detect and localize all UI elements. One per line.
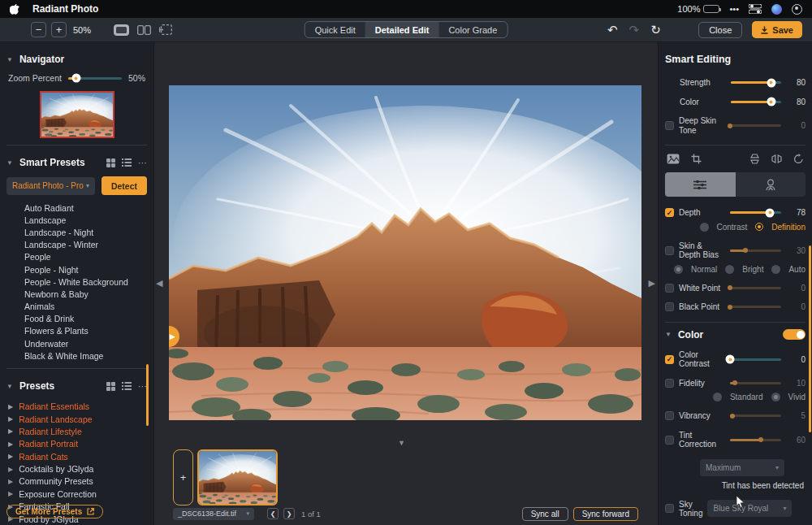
- preset-folder[interactable]: ▶Radiant Cats: [0, 450, 153, 462]
- grid-view-icon[interactable]: [106, 158, 115, 167]
- depth-checkbox[interactable]: ✓: [665, 208, 674, 217]
- expand-icon[interactable]: ▶: [8, 403, 13, 410]
- smart-preset-item[interactable]: Landscape: [0, 214, 153, 226]
- image-adjust-icon[interactable]: [667, 154, 680, 164]
- zoom-in-button[interactable]: +: [51, 22, 67, 37]
- presets-scrollbar[interactable]: [146, 364, 149, 426]
- filmstrip-thumbnail-selected[interactable]: [197, 449, 278, 505]
- zoom-percent-slider[interactable]: [68, 77, 122, 80]
- apple-menu-icon[interactable]: [10, 3, 19, 15]
- before-after-view-icon[interactable]: [159, 24, 172, 35]
- collapse-icon[interactable]: ▼: [665, 331, 672, 338]
- siri-icon[interactable]: [771, 4, 782, 15]
- previous-image-arrow[interactable]: ◀: [156, 278, 162, 289]
- color-section-header[interactable]: ▼ Color: [665, 329, 806, 350]
- expand-icon[interactable]: ▶: [8, 490, 13, 497]
- preset-folder[interactable]: ▶Community Presets: [0, 475, 153, 488]
- tab-detailed-edit[interactable]: Detailed Edit: [365, 22, 439, 37]
- list-view-icon[interactable]: [122, 158, 132, 167]
- bright-radio-label[interactable]: Bright: [742, 265, 763, 274]
- sync-all-button[interactable]: Sync all: [522, 507, 568, 521]
- navigator-header[interactable]: ▼ Navigator: [0, 49, 153, 70]
- deep-skin-tone-checkbox[interactable]: [665, 121, 674, 130]
- next-image-arrow[interactable]: ▶: [649, 278, 655, 289]
- fidelity-checkbox[interactable]: [665, 379, 674, 388]
- smart-preset-item[interactable]: People - White Background: [0, 276, 153, 288]
- color-slider[interactable]: [731, 101, 781, 103]
- smart-preset-item[interactable]: Landscape - Night: [0, 226, 153, 238]
- sky-toning-dropdown[interactable]: Blue Sky Royal ▾: [707, 500, 792, 517]
- smart-presets-header[interactable]: ▼ Smart Presets ⋯: [0, 152, 153, 173]
- grid-view-icon[interactable]: [106, 382, 115, 391]
- undo-icon[interactable]: ↶: [607, 23, 618, 37]
- definition-radio[interactable]: [755, 223, 763, 231]
- flip-vertical-icon[interactable]: [749, 154, 760, 164]
- normal-radio-label[interactable]: Normal: [691, 265, 717, 274]
- filename-dropdown[interactable]: _DSC6138-Edit.tif ▾: [173, 508, 254, 520]
- smart-preset-item[interactable]: Black & White Image: [0, 349, 153, 362]
- color-contrast-checkbox[interactable]: ✓: [665, 355, 674, 364]
- collapse-icon[interactable]: ▼: [6, 159, 13, 167]
- tab-quick-edit[interactable]: Quick Edit: [305, 22, 365, 37]
- list-view-icon[interactable]: [122, 382, 132, 390]
- main-photo[interactable]: [169, 85, 641, 420]
- expand-icon[interactable]: ▶: [8, 427, 13, 435]
- color-contrast-slider[interactable]: [730, 358, 781, 361]
- contrast-radio-label[interactable]: Contrast: [717, 223, 748, 232]
- preset-folder[interactable]: ▶Radiant Portrait: [0, 438, 153, 450]
- expand-icon[interactable]: ▶: [8, 453, 13, 460]
- tab-color-grade[interactable]: Color Grade: [438, 22, 507, 37]
- close-button[interactable]: Close: [698, 22, 742, 38]
- split-view-icon[interactable]: [137, 25, 151, 35]
- smart-preset-item[interactable]: People: [0, 251, 153, 263]
- tint-correction-checkbox[interactable]: [665, 436, 674, 445]
- auto-radio[interactable]: [771, 265, 780, 274]
- zoom-out-button[interactable]: −: [31, 22, 46, 37]
- white-point-checkbox[interactable]: [665, 284, 674, 293]
- sky-toning-checkbox[interactable]: [665, 504, 674, 513]
- navigator-thumbnail[interactable]: [40, 91, 114, 138]
- preset-folder[interactable]: ▶Cocktails by JGlyda: [0, 462, 153, 475]
- preset-folder[interactable]: ▶Radiant Landscape: [0, 413, 153, 425]
- add-image-button[interactable]: +: [173, 449, 193, 505]
- detect-button[interactable]: Detect: [102, 176, 147, 195]
- depth-slider[interactable]: [730, 211, 781, 214]
- sync-forward-button[interactable]: Sync forward: [573, 507, 638, 521]
- smart-preset-item[interactable]: Underwater: [0, 337, 153, 349]
- preset-folder[interactable]: ▶Exposure Correction: [0, 488, 153, 500]
- expand-icon[interactable]: ▶: [8, 466, 13, 473]
- get-more-presets-button[interactable]: Get More Presets: [6, 505, 103, 518]
- standard-radio[interactable]: [713, 393, 722, 401]
- strength-slider[interactable]: [731, 81, 781, 84]
- vivid-radio[interactable]: [771, 393, 780, 401]
- flip-horizontal-icon[interactable]: [771, 154, 782, 164]
- right-panel-scrollbar[interactable]: [809, 245, 811, 432]
- color-toggle[interactable]: [783, 329, 806, 340]
- auto-radio-label[interactable]: Auto: [788, 265, 806, 274]
- standard-radio-label[interactable]: Standard: [730, 393, 763, 401]
- redo-icon[interactable]: ↷: [629, 23, 640, 37]
- tint-mode-dropdown[interactable]: Maximum ▾: [700, 459, 784, 476]
- smart-preset-item[interactable]: Landscape - Winter: [0, 239, 153, 251]
- white-point-slider[interactable]: [730, 287, 781, 289]
- overflow-menu-icon[interactable]: •••: [729, 4, 739, 14]
- save-button[interactable]: Save: [752, 21, 802, 38]
- more-options-icon[interactable]: ⋯: [138, 158, 147, 168]
- rotate-icon[interactable]: [793, 154, 804, 164]
- single-view-icon[interactable]: [114, 24, 129, 36]
- previous-page-button[interactable]: ❮: [267, 508, 279, 519]
- contrast-radio[interactable]: [700, 223, 709, 232]
- skin-depth-bias-checkbox[interactable]: [665, 246, 674, 255]
- black-point-checkbox[interactable]: [665, 302, 674, 311]
- control-center-icon[interactable]: [749, 4, 762, 14]
- expand-icon[interactable]: ▶: [8, 478, 13, 485]
- black-point-slider[interactable]: [730, 306, 781, 308]
- preset-folder[interactable]: ▶Radiant Lifestyle: [0, 425, 153, 437]
- vibrancy-slider[interactable]: [730, 414, 781, 417]
- bright-radio[interactable]: [725, 265, 734, 274]
- reset-history-icon[interactable]: ↻: [650, 23, 661, 37]
- collapse-icon[interactable]: ▼: [6, 56, 13, 63]
- user-account-icon[interactable]: [792, 4, 802, 15]
- collapse-icon[interactable]: ▼: [6, 383, 13, 390]
- vibrancy-checkbox[interactable]: [665, 411, 674, 420]
